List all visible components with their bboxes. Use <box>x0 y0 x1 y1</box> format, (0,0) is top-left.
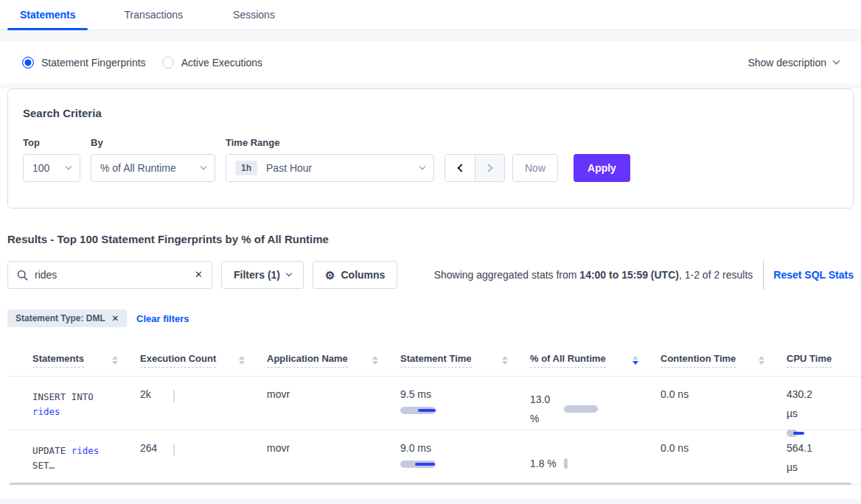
bar-chart <box>400 461 515 468</box>
horizontal-scrollbar[interactable] <box>10 483 851 485</box>
time-range-select[interactable]: 1h Past Hour <box>226 154 434 182</box>
show-description-label: Show description <box>747 57 826 69</box>
column-header[interactable]: CPU Time <box>779 353 861 368</box>
filters-label: Filters (1) <box>234 269 280 281</box>
chevron-right-icon <box>484 164 492 172</box>
sort-icon[interactable] <box>112 356 118 365</box>
search-input[interactable] <box>35 269 189 281</box>
chevron-down-icon <box>201 164 206 169</box>
search-criteria-card: Search Criteria Top 100 By % of All Runt… <box>7 88 854 209</box>
pct-runtime-cell: 13.0 % <box>523 377 653 430</box>
remove-filter-icon[interactable]: ✕ <box>112 314 119 323</box>
radio-active-executions[interactable]: Active Executions <box>162 57 263 69</box>
table-row[interactable]: INSERT INTOrides2kmovr9.5 ms13.0 %0.0 ns… <box>7 377 861 430</box>
apply-button[interactable]: Apply <box>574 154 630 182</box>
statement-link[interactable]: rides <box>32 406 60 417</box>
column-header-label[interactable]: Execution Count <box>140 353 216 368</box>
contention-time-cell: 0.0 ns <box>653 377 779 430</box>
tab-sessions[interactable]: Sessions <box>220 0 287 29</box>
radio-selected-icon <box>22 57 34 69</box>
tab-label: Statements <box>20 9 75 21</box>
time-nav-group <box>445 154 505 182</box>
column-header[interactable]: Statements <box>25 353 133 368</box>
sort-icon[interactable] <box>759 356 764 365</box>
column-header-label[interactable]: % of All Runtime <box>530 353 606 368</box>
sql-activity-page: Statements Transactions Sessions Stateme… <box>0 0 861 504</box>
criteria-controls: Top 100 By % of All Runtime Time Range 1… <box>23 137 838 182</box>
column-header[interactable]: Statement Time <box>393 353 523 368</box>
time-range-value: Past Hour <box>266 162 312 174</box>
application-name-cell: movr <box>259 377 393 430</box>
pct-runtime-value: 13.0 % <box>530 390 558 428</box>
column-header[interactable]: Application Name <box>259 353 393 368</box>
tab-transactions[interactable]: Transactions <box>111 0 195 29</box>
radio-label: Active Executions <box>181 57 263 69</box>
column-header-label[interactable]: Application Name <box>267 353 348 368</box>
columns-button[interactable]: ⚙ Columns <box>313 261 397 289</box>
top-select[interactable]: 100 <box>23 154 80 182</box>
sql-line: SET… <box>32 458 125 473</box>
top-label: Top <box>23 137 80 148</box>
table-header-row: StatementsExecution CountApplication Nam… <box>7 334 861 377</box>
table-body: INSERT INTOrides2kmovr9.5 ms13.0 %0.0 ns… <box>7 377 861 485</box>
apply-label: Apply <box>588 162 616 174</box>
tab-label: Transactions <box>124 9 183 21</box>
pct-runtime-cell: 1.8 % <box>523 430 653 484</box>
top-group: Top 100 <box>23 137 80 182</box>
column-header[interactable]: Execution Count <box>133 353 259 368</box>
table-row[interactable]: UPDATE ridesSET…264movr9.0 ms1.8 %0.0 ns… <box>7 430 861 485</box>
columns-label: Columns <box>341 269 385 281</box>
tab-statements[interactable]: Statements <box>7 0 88 29</box>
sort-icon[interactable] <box>502 356 508 365</box>
view-toggle-row: Statement Fingerprints Active Executions… <box>0 41 861 83</box>
clear-search-icon[interactable]: ✕ <box>195 269 203 280</box>
column-header-label[interactable]: Statement Time <box>400 353 472 368</box>
contention-time-cell: 0.0 ns <box>653 430 779 484</box>
column-header-label[interactable]: CPU Time <box>787 353 832 368</box>
sort-icon[interactable] <box>239 356 245 365</box>
metric-value: 564.1 µs <box>787 438 818 477</box>
sql-line: INSERT INTO <box>32 390 125 405</box>
sort-icon[interactable] <box>372 356 378 365</box>
filter-chip-label: Statement Type: DML <box>15 313 105 323</box>
statement-time-cell: 9.5 ms <box>393 377 523 430</box>
now-button[interactable]: Now <box>512 154 558 182</box>
by-select[interactable]: % of All Runtime <box>91 154 215 182</box>
clear-filters-link[interactable]: Clear filters <box>136 313 189 324</box>
chevron-down-icon <box>66 164 72 169</box>
column-header[interactable]: Contention Time <box>653 353 779 368</box>
column-header-label[interactable]: Statements <box>32 353 84 368</box>
cpu-time-cell: 564.1 µs <box>779 430 861 484</box>
execution-count-cell: 2k <box>133 377 259 430</box>
time-range-label: Time Range <box>226 137 434 148</box>
application-name-cell: movr <box>259 430 393 484</box>
sql-keyword: INSERT INTO <box>32 391 94 402</box>
filter-chip-statement-type: Statement Type: DML ✕ <box>7 309 127 327</box>
sql-keyword: SET… <box>32 460 55 471</box>
top-value: 100 <box>32 162 49 174</box>
radio-statement-fingerprints[interactable]: Statement Fingerprints <box>22 57 146 69</box>
count-bar <box>173 444 175 456</box>
search-criteria-title: Search Criteria <box>23 107 838 119</box>
chevron-down-icon <box>419 164 425 169</box>
sort-icon[interactable] <box>632 356 638 365</box>
statement-cell: UPDATE ridesSET… <box>25 430 133 484</box>
reset-sql-stats-link[interactable]: Reset SQL Stats <box>773 269 854 281</box>
time-range-group: Time Range 1h Past Hour <box>226 137 434 182</box>
sql-keyword: UPDATE <box>32 445 72 456</box>
statement-link[interactable]: rides <box>72 445 100 456</box>
chevron-down-icon <box>833 57 840 65</box>
time-prev-button[interactable] <box>445 155 475 181</box>
by-group: By % of All Runtime <box>91 137 215 182</box>
filters-button[interactable]: Filters (1) <box>221 261 304 289</box>
column-header-label[interactable]: Contention Time <box>660 353 736 368</box>
column-header[interactable]: % of All Runtime <box>523 353 653 368</box>
results-heading: Results - Top 100 Statement Fingerprints… <box>7 233 854 245</box>
statements-table: StatementsExecution CountApplication Nam… <box>7 334 861 485</box>
show-description-toggle[interactable]: Show description <box>747 57 839 69</box>
vertical-divider <box>763 260 764 290</box>
now-label: Now <box>525 162 545 174</box>
bar-stddev <box>415 463 435 466</box>
radio-label: Statement Fingerprints <box>41 57 146 69</box>
time-next-button[interactable] <box>475 155 504 181</box>
